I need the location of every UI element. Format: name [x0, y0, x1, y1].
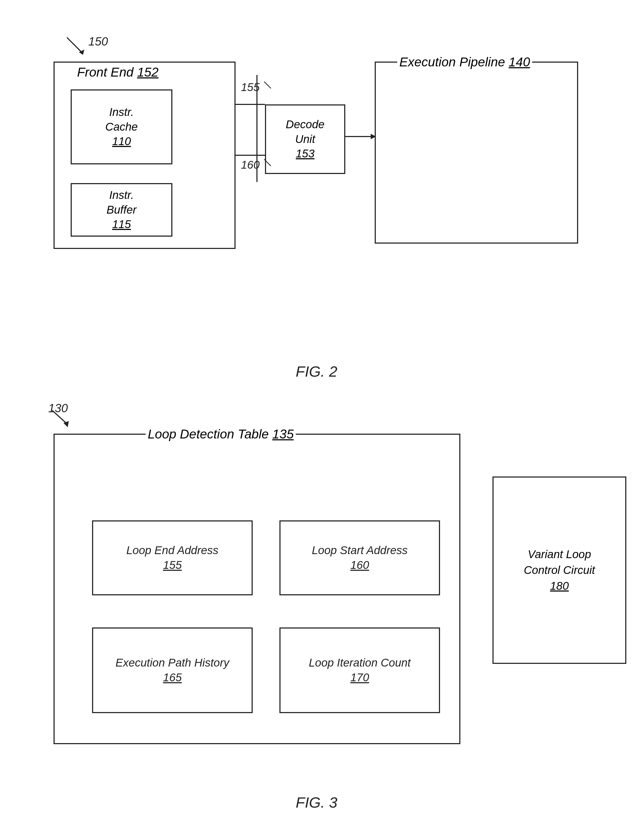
front-end-title: Front End 152: [75, 65, 161, 79]
loop-detection-title: Loop Detection Table 135: [145, 427, 296, 441]
fig3-caption: FIG. 3: [296, 794, 338, 811]
exec-pipeline-box: Execution Pipeline 140 Execution Unit(s)…: [375, 62, 578, 243]
fig3-section: 130 Loop Detection Table 135 Loop End Ad…: [32, 401, 601, 819]
loop-start-address-box: Loop Start Address 160: [279, 520, 440, 595]
svg-line-9: [52, 411, 67, 424]
fig2-section: 150 Instr. Cache 110 Instr. Buffer 115: [32, 21, 601, 391]
arrow-150-icon: [62, 35, 88, 56]
variant-loop-label: Variant Loop Control Circuit 180: [500, 546, 618, 594]
loop-end-address-box: Loop End Address 155: [92, 520, 253, 595]
loop-start-address-label: Loop Start Address 160: [281, 543, 439, 572]
fig2-caption: FIG. 2: [296, 363, 338, 380]
exec-path-history-box: Execution Path History 165: [92, 627, 253, 713]
label-155: 155: [241, 80, 273, 94]
label-130-group: 130: [48, 401, 68, 415]
instr-cache-box: Instr. Cache 110: [71, 89, 172, 164]
page: 150 Instr. Cache 110 Instr. Buffer 115: [0, 0, 633, 840]
instr-cache-label: Instr. Cache 110: [105, 105, 137, 149]
svg-line-0: [67, 38, 82, 52]
instr-buffer-label: Instr. Buffer 115: [96, 188, 147, 232]
tick-155-icon: [263, 80, 273, 91]
label-150: 150: [88, 35, 108, 48]
exec-path-history-label: Execution Path History 165: [93, 655, 252, 685]
instr-buffer-box: Instr. Buffer 115: [71, 183, 172, 237]
loop-end-address-label: Loop End Address 155: [93, 543, 252, 572]
exec-pipeline-title: Execution Pipeline 140: [397, 55, 532, 69]
loop-iter-count-label: Loop Iteration Count 170: [281, 655, 439, 685]
loop-detection-table-box: Loop Detection Table 135 Loop End Addres…: [54, 434, 460, 744]
loop-iter-count-box: Loop Iteration Count 170: [279, 627, 440, 713]
svg-line-7: [264, 82, 271, 88]
decode-unit-label: Decode Unit 153: [286, 117, 325, 161]
variant-loop-box: Variant Loop Control Circuit 180: [493, 477, 626, 664]
front-end-box: Instr. Cache 110 Instr. Buffer 115: [54, 62, 235, 249]
arrow-130-icon: [49, 409, 74, 428]
decode-unit-box: Decode Unit 153: [265, 104, 345, 174]
